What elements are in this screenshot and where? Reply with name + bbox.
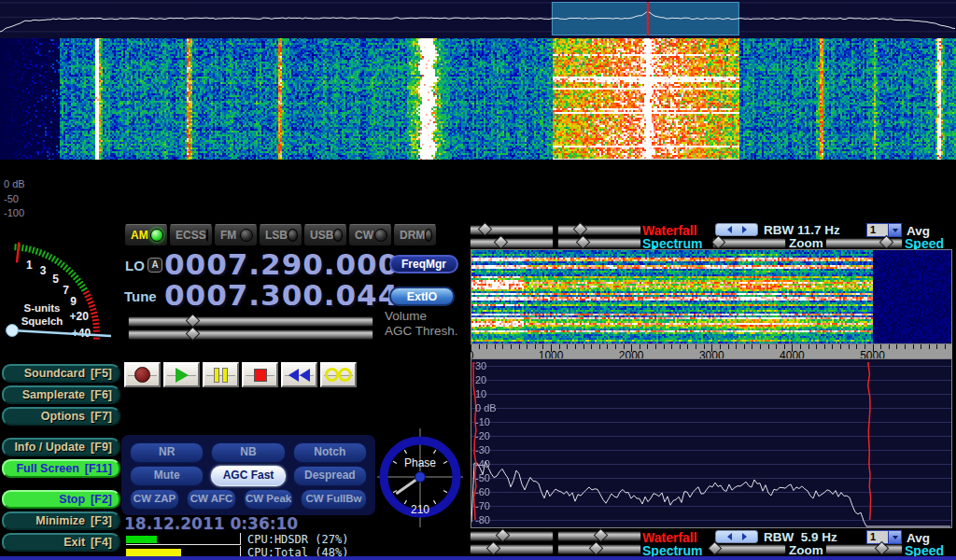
- samplerate-button[interactable]: Samplerate[F6]: [2, 385, 120, 404]
- exit-button[interactable]: Exit[F4]: [2, 533, 120, 552]
- dsp-panel: NRNBNotchMuteAGC FastDespreadCW ZAPCW AF…: [121, 435, 375, 515]
- mute-button[interactable]: Mute: [130, 466, 204, 486]
- options-button[interactable]: Options[F7]: [2, 407, 120, 426]
- chevron-down-icon[interactable]: [888, 531, 901, 543]
- button-label: Full Screen: [16, 462, 78, 475]
- audio-db-label: -80: [475, 514, 490, 525]
- info-update-button[interactable]: Info / Update[F9]: [2, 438, 120, 456]
- full-screen-button[interactable]: Full Screen[F11]: [2, 459, 120, 478]
- audio-db-label: -10: [475, 416, 490, 427]
- speed-slider-top[interactable]: [825, 238, 903, 248]
- zoom-slider-bottom[interactable]: [712, 544, 786, 554]
- despread-button[interactable]: Despread: [293, 466, 367, 486]
- audio-spectrum[interactable]: [471, 359, 951, 527]
- notch-button[interactable]: Notch: [293, 442, 367, 463]
- nr-button[interactable]: NR: [130, 442, 204, 463]
- stop-button[interactable]: [242, 362, 278, 387]
- zoom-slider-bottom-thumb[interactable]: [707, 541, 722, 556]
- mode-button-ecss[interactable]: ECSS: [169, 224, 213, 246]
- tune-frequency-display[interactable]: 0007.300.044: [164, 281, 399, 310]
- phase-dial[interactable]: Phase 210: [377, 428, 463, 527]
- spectrum-lower-slider-bottom-thumb[interactable]: [588, 541, 603, 556]
- mode-button-usb[interactable]: USB: [303, 224, 347, 246]
- agc-thresh-slider-thumb[interactable]: [186, 327, 201, 342]
- button-label: Samplerate: [22, 388, 85, 401]
- waterfall-contrast-slider-top[interactable]: [470, 225, 554, 235]
- button-label: Info / Update: [14, 441, 85, 454]
- audio-db-label: 10: [475, 388, 486, 399]
- mode-button-cw[interactable]: CW: [348, 224, 392, 246]
- waterfall-shift-spinner-top[interactable]: [715, 223, 758, 236]
- record-button[interactable]: [124, 362, 161, 387]
- waterfall-contrast-slider-bottom-thumb[interactable]: [496, 528, 511, 543]
- spectrum-upper-slider-bottom-thumb[interactable]: [485, 541, 500, 556]
- nb-button[interactable]: NB: [211, 442, 285, 463]
- freqmgr-button[interactable]: FreqMgr: [389, 255, 458, 273]
- spectrum-upper-slider-top[interactable]: [470, 238, 554, 248]
- agc-fast-button[interactable]: AGC Fast: [211, 466, 285, 486]
- spin-right-icon[interactable]: [742, 226, 747, 233]
- spectrum-upper-slider-top-thumb[interactable]: [493, 235, 508, 250]
- squelch-slider-thumb[interactable]: [7, 325, 19, 337]
- volume-slider[interactable]: [128, 316, 373, 327]
- waterfall-brightness-slider-top-thumb[interactable]: [573, 222, 588, 237]
- soundcard-button[interactable]: Soundcard[F5]: [2, 364, 120, 383]
- waterfall-contrast-slider-top-thumb[interactable]: [478, 222, 493, 237]
- spin-right-icon[interactable]: [742, 533, 747, 540]
- spectrum-lower-slider-top-thumb[interactable]: [576, 235, 591, 250]
- play-icon: [176, 368, 189, 383]
- speed-slider-bottom-thumb[interactable]: [875, 541, 890, 556]
- speed-slider-bottom[interactable]: [825, 544, 903, 554]
- mode-label: FM: [220, 229, 240, 242]
- volume-label: Volume: [385, 309, 427, 323]
- chevron-down-icon[interactable]: [888, 224, 901, 236]
- mode-label: LSB: [265, 229, 288, 242]
- stop-button[interactable]: Stop[F2]: [2, 490, 120, 509]
- waterfall-shift-spinner-bottom[interactable]: [715, 530, 758, 543]
- avg-dropdown-top[interactable]: 1: [866, 223, 902, 237]
- lo-auto-badge[interactable]: A: [148, 258, 162, 273]
- mode-button-fm[interactable]: FM: [214, 224, 258, 246]
- scale-tick: [519, 344, 520, 349]
- cw-peak-button[interactable]: CW Peak: [244, 489, 293, 510]
- mode-button-lsb[interactable]: LSB: [259, 224, 302, 246]
- s-meter-scale-number: 3: [40, 264, 47, 277]
- pause-button[interactable]: [203, 362, 239, 387]
- zoom-slider-top-thumb[interactable]: [711, 235, 726, 250]
- waterfall-brightness-slider-bottom[interactable]: [557, 531, 641, 541]
- overview-db-label: -50: [4, 193, 19, 204]
- audio-frequency-scale[interactable]: 010002000300040005000: [471, 344, 952, 360]
- mode-button-am[interactable]: AM: [124, 224, 168, 246]
- scale-tick: [671, 344, 672, 349]
- spectrum-upper-slider-bottom[interactable]: [470, 544, 554, 554]
- loop-button[interactable]: [320, 362, 357, 387]
- waterfall-contrast-slider-bottom[interactable]: [470, 531, 554, 541]
- speed-slider-top-thumb[interactable]: [879, 235, 894, 250]
- spectrum-lower-slider-bottom[interactable]: [557, 544, 641, 554]
- cw-fullbw-button[interactable]: CW FullBw: [301, 489, 367, 510]
- lo-frequency-display[interactable]: 0007.290.000: [164, 250, 399, 279]
- play-button[interactable]: [163, 362, 200, 387]
- button-hotkey: [F4]: [91, 536, 112, 549]
- extio-button[interactable]: ExtIO: [389, 287, 455, 306]
- cw-zap-button[interactable]: CW ZAP: [130, 489, 179, 510]
- spin-left-icon[interactable]: [727, 533, 732, 540]
- audio-waterfall[interactable]: [471, 250, 951, 343]
- agc-thresh-slider[interactable]: [128, 329, 373, 340]
- avg-dropdown-bottom[interactable]: 1: [866, 530, 902, 544]
- mode-led-icon: [425, 229, 432, 242]
- waterfall-brightness-slider-top[interactable]: [557, 225, 641, 235]
- zoom-slider-top[interactable]: [712, 238, 786, 248]
- scale-tick: [905, 344, 906, 349]
- overview-spectrum[interactable]: [0, 0, 956, 38]
- minimize-button[interactable]: Minimize[F3]: [2, 511, 120, 530]
- rewind-button[interactable]: [281, 362, 317, 387]
- cw-afc-button[interactable]: CW AFC: [187, 489, 236, 510]
- spectrum-lower-slider-top[interactable]: [557, 238, 641, 248]
- scale-tick: [744, 344, 745, 349]
- button-hotkey: [F7]: [91, 410, 112, 423]
- spin-left-icon[interactable]: [727, 226, 732, 233]
- button-label: Stop: [59, 493, 85, 506]
- mode-button-drm[interactable]: DRM: [393, 224, 437, 246]
- audio-db-label: -70: [475, 500, 490, 511]
